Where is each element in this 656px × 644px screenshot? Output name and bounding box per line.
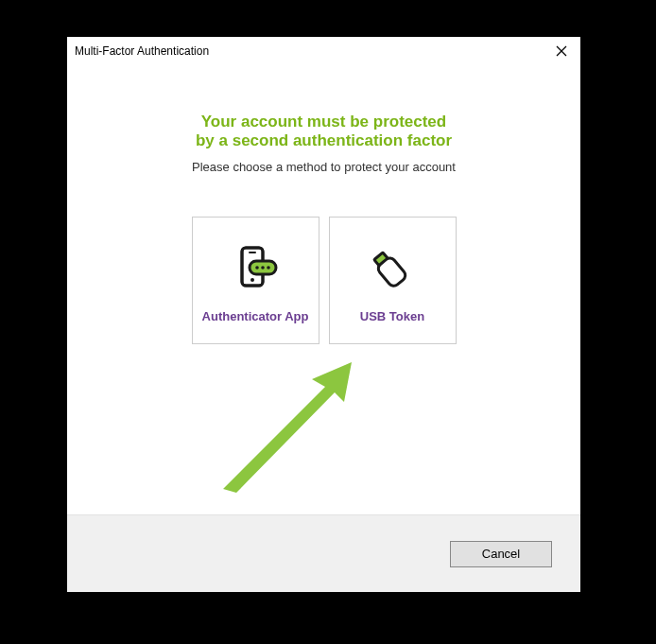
svg-point-7 (255, 266, 259, 270)
heading-line1: Your account must be protected (86, 113, 561, 131)
authenticator-app-icon (227, 238, 284, 295)
close-icon (556, 45, 567, 57)
dialog-content: Your account must be protected by a seco… (67, 65, 580, 514)
authenticator-app-label: Authenticator App (202, 309, 309, 323)
mfa-dialog: Multi-Factor Authentication Your account… (66, 36, 581, 593)
usb-token-label: USB Token (360, 309, 424, 323)
heading-line2: by a second authentication factor (86, 131, 561, 150)
cancel-button[interactable]: Cancel (450, 541, 552, 567)
close-button[interactable] (550, 40, 573, 62)
subtitle: Please choose a method to protect your a… (86, 160, 561, 174)
dialog-title: Multi-Factor Authentication (75, 44, 209, 58)
options-container: Authenticator App USB Token (86, 217, 561, 344)
svg-point-8 (261, 266, 265, 270)
usb-token-option[interactable]: USB Token (329, 217, 457, 344)
usb-token-icon (364, 238, 421, 295)
svg-point-5 (250, 278, 254, 282)
svg-point-9 (267, 266, 270, 270)
pointer-arrow-icon (214, 349, 365, 500)
authenticator-app-option[interactable]: Authenticator App (192, 217, 319, 344)
titlebar: Multi-Factor Authentication (67, 37, 580, 65)
dialog-footer: Cancel (67, 514, 580, 592)
